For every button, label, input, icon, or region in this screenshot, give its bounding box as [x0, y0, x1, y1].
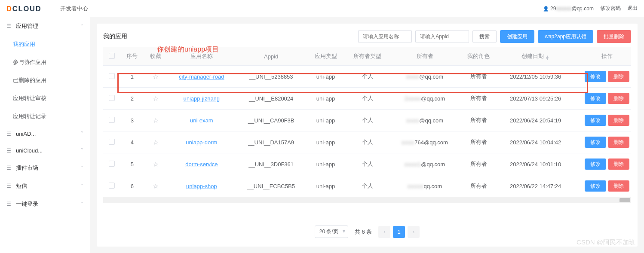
horizontal-scrollbar[interactable] [103, 197, 631, 203]
delete-button[interactable]: 删除 [608, 159, 629, 170]
cell-role: 所有者 [460, 153, 498, 175]
cell-appid: __UNI__E820024 [236, 88, 307, 110]
page-1-button[interactable]: 1 [393, 226, 405, 238]
cell-type: uni-app [307, 66, 345, 88]
list-icon: ☰ [6, 201, 12, 207]
star-icon[interactable]: ☆ [153, 117, 159, 124]
table-row: 2☆uniapp-jizhang__UNI__E820024uni-app个人2… [103, 88, 631, 110]
star-icon[interactable]: ☆ [153, 161, 159, 168]
cell-owner: xxxx@qq.com [390, 110, 460, 131]
sidebar-item-transfer-log[interactable]: 应用转让记录 [0, 107, 90, 125]
delete-button[interactable]: 删除 [608, 115, 629, 126]
sidebar: ☰ 应用管理 ˄ 我的应用 参与协作应用 已删除的应用 应用转让审核 应用转让记… [0, 17, 90, 253]
cell-index: 2 [120, 88, 144, 110]
cell-created: 2022/12/05 10:59:36 [497, 66, 573, 88]
sort-icon[interactable]: ▲▼ [545, 55, 549, 60]
cell-appid: __UNI__ECBC5B5 [236, 175, 307, 197]
table-container: 序号 收藏 应用名称 Appid 应用类型 所有者类型 所有者 我的角色 创建日… [103, 47, 631, 219]
row-checkbox[interactable] [109, 139, 115, 145]
star-icon[interactable]: ☆ [153, 95, 159, 102]
cell-created: 2022/07/13 09:25:26 [497, 88, 573, 110]
user-account[interactable]: 👤 29xxxxxx@qq.com [543, 6, 594, 12]
list-icon: ☰ [6, 131, 12, 137]
star-icon[interactable]: ☆ [153, 73, 159, 80]
cell-type: uni-app [307, 88, 345, 110]
cell-index: 1 [120, 66, 144, 88]
menu-sms[interactable]: ☰ 短信 ˅ [0, 177, 90, 195]
col-owner: 所有者 [390, 47, 460, 66]
chevron-down-icon: ˅ [81, 165, 83, 171]
col-appid: Appid [236, 47, 307, 66]
delete-button[interactable]: 删除 [608, 93, 629, 104]
col-owner-type: 所有者类型 [345, 47, 390, 66]
sidebar-item-collab-apps[interactable]: 参与协作应用 [0, 53, 90, 71]
delete-button[interactable]: 删除 [608, 137, 629, 148]
create-app-button[interactable]: 创建应用 [500, 30, 534, 43]
table-row: 1☆city-manager-road__UNI__5238853uni-app… [103, 66, 631, 88]
cell-created: 2022/06/24 20:54:19 [497, 110, 573, 131]
app-name-link[interactable]: uniapp-shop [186, 183, 217, 189]
list-icon: ☰ [6, 23, 12, 29]
logout-link[interactable]: 退出 [627, 5, 638, 12]
cell-index: 6 [120, 175, 144, 197]
wap2app-claim-button[interactable]: wap2app应用认领 [538, 30, 593, 43]
edit-button[interactable]: 修改 [585, 115, 606, 126]
app-name-link[interactable]: uni-exam [190, 117, 213, 124]
edit-button[interactable]: 修改 [585, 71, 606, 82]
delete-button[interactable]: 删除 [608, 71, 629, 82]
menu-plugin-market[interactable]: ☰ 插件市场 ˅ [0, 159, 90, 177]
next-page-button[interactable]: › [408, 226, 420, 238]
search-button[interactable]: 搜索 [472, 30, 497, 43]
cell-owner-type: 个人 [345, 66, 390, 88]
col-created[interactable]: 创建日期▲▼ [497, 47, 573, 66]
row-checkbox[interactable] [109, 73, 115, 79]
cell-index: 3 [120, 110, 144, 131]
cell-type: uni-app [307, 131, 345, 153]
cell-index: 5 [120, 153, 144, 175]
app-name-link[interactable]: dorm-service [185, 161, 218, 168]
menu-uniad[interactable]: ☰ uniAD... ˅ [0, 125, 90, 142]
menu-app-manage[interactable]: ☰ 应用管理 ˄ [0, 17, 90, 35]
chevron-down-icon: ˅ [81, 183, 83, 189]
select-all-checkbox[interactable] [109, 53, 115, 59]
edit-button[interactable]: 修改 [585, 93, 606, 104]
search-name-input[interactable] [358, 30, 412, 43]
chevron-down-icon: ˅ [81, 201, 83, 207]
row-checkbox[interactable] [109, 161, 115, 167]
logo[interactable]: DCLOUD [6, 3, 54, 14]
menu-onekey-login[interactable]: ☰ 一键登录 ˅ [0, 195, 90, 213]
delete-button[interactable]: 删除 [608, 180, 629, 192]
menu-unicloud[interactable]: ☰ uniCloud... ˅ [0, 142, 90, 159]
sidebar-item-transfer-review[interactable]: 应用转让审核 [0, 89, 90, 107]
row-checkbox[interactable] [109, 117, 115, 123]
sidebar-item-my-apps[interactable]: 我的应用 [0, 35, 90, 53]
batch-delete-button[interactable]: 批量删除 [597, 30, 631, 43]
top-header: DCLOUD 开发者中心 👤 29xxxxxx@qq.com 修改密码 退出 [0, 0, 644, 17]
search-appid-input[interactable] [415, 30, 469, 43]
cell-appid: __UNI__3D0F361 [236, 153, 307, 175]
app-name-link[interactable]: city-manager-road [179, 73, 224, 80]
app-name-link[interactable]: uniapp-dorm [186, 139, 217, 146]
cell-index: 4 [120, 131, 144, 153]
edit-button[interactable]: 修改 [585, 180, 606, 192]
edit-button[interactable]: 修改 [585, 159, 606, 170]
sidebar-item-deleted-apps[interactable]: 已删除的应用 [0, 71, 90, 89]
chevron-down-icon: ˅ [81, 131, 83, 137]
cell-owner-type: 个人 [345, 88, 390, 110]
star-icon[interactable]: ☆ [153, 139, 159, 146]
star-icon[interactable]: ☆ [153, 183, 159, 190]
row-checkbox[interactable] [109, 183, 115, 189]
cell-type: uni-app [307, 153, 345, 175]
chevron-down-icon: ˅ [81, 148, 83, 153]
cell-appid: __UNI__5238853 [236, 66, 307, 88]
list-icon: ☰ [6, 148, 12, 154]
cell-created: 2022/06/24 10:01:10 [497, 153, 573, 175]
cell-created: 2022/06/24 10:04:42 [497, 131, 573, 153]
change-password-link[interactable]: 修改密码 [600, 5, 621, 12]
cell-owner: xxxx1@qq.com [390, 153, 460, 175]
row-checkbox[interactable] [109, 95, 115, 101]
app-name-link[interactable]: uniapp-jizhang [184, 95, 220, 102]
edit-button[interactable]: 修改 [585, 137, 606, 148]
page-size-select[interactable]: 20 条/页 [315, 226, 348, 238]
prev-page-button[interactable]: ‹ [378, 226, 390, 238]
